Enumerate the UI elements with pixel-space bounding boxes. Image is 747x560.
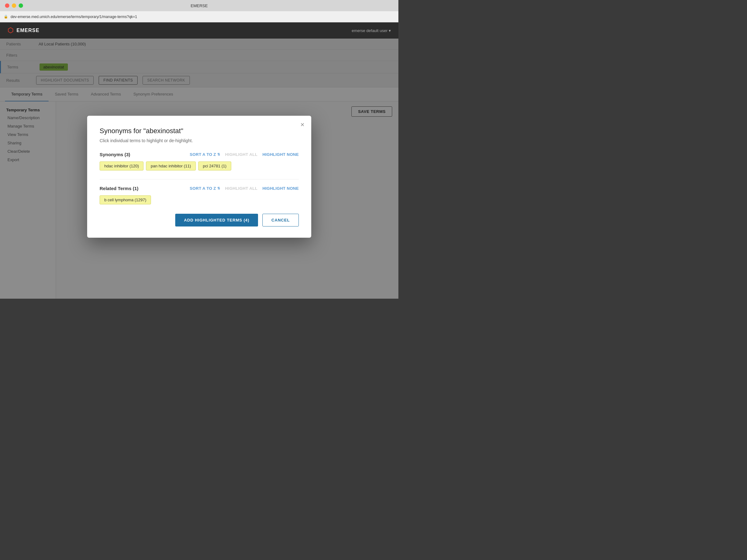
related-highlight-all-button[interactable]: HIGHLIGHT ALL — [225, 186, 257, 191]
synonyms-heading: Synonyms (3) — [100, 152, 130, 157]
modal-overlay: × Synonyms for "abexinostat" Click indiv… — [0, 38, 398, 299]
related-actions: SORT A TO Z ⇅ HIGHLIGHT ALL HIGHLIGHT NO… — [190, 186, 299, 191]
app-logo: ⬡ EMERSE — [7, 26, 40, 34]
app-header: ⬡ EMERSE emerse default user ▾ — [0, 22, 398, 38]
synonym-term-hdac[interactable]: hdac inhibitor (120) — [100, 161, 144, 170]
app-user: emerse default user ▾ — [352, 28, 391, 33]
minimize-button[interactable] — [12, 3, 16, 8]
browser-chrome: EMERSE 🔒 dev-emerse.med.umich.edu/emerse… — [0, 0, 398, 22]
modal-footer: ADD HIGHLIGHTED TERMS (4) CANCEL — [100, 214, 299, 226]
user-name: emerse default user — [352, 28, 387, 33]
synonym-term-pci[interactable]: pci 24781 (1) — [198, 161, 231, 170]
browser-titlebar: EMERSE — [0, 0, 398, 11]
synonyms-modal: × Synonyms for "abexinostat" Click indiv… — [87, 116, 311, 238]
chevron-down-icon: ▾ — [389, 28, 391, 33]
modal-close-button[interactable]: × — [300, 121, 304, 128]
related-term-b-cell[interactable]: b cell lymphoma (1297) — [100, 195, 151, 205]
add-highlighted-terms-button[interactable]: ADD HIGHLIGHTED TERMS (4) — [175, 214, 258, 226]
close-button[interactable] — [5, 3, 9, 8]
sort-icon: ⇅ — [217, 153, 220, 157]
synonyms-sort-label: SORT A TO Z — [190, 152, 216, 157]
browser-addressbar: 🔒 dev-emerse.med.umich.edu/emerse/terms/… — [0, 11, 398, 22]
modal-title: Synonyms for "abexinostat" — [100, 127, 299, 135]
synonyms-actions: SORT A TO Z ⇅ HIGHLIGHT ALL HIGHLIGHT NO… — [190, 152, 299, 157]
lock-icon: 🔒 — [4, 15, 8, 19]
address-bar-text[interactable]: dev-emerse.med.umich.edu/emerse/terms/te… — [10, 15, 137, 19]
maximize-button[interactable] — [19, 3, 23, 8]
logo-text: EMERSE — [17, 28, 40, 33]
synonyms-section-header: Synonyms (3) SORT A TO Z ⇅ HIGHLIGHT ALL… — [100, 152, 299, 157]
modal-subtitle: Click individual terms to highlight or d… — [100, 138, 299, 143]
related-heading: Related Terms (1) — [100, 186, 138, 191]
section-divider — [100, 179, 299, 180]
related-section-header: Related Terms (1) SORT A TO Z ⇅ HIGHLIGH… — [100, 186, 299, 191]
synonyms-terms-list: hdac inhibitor (120) pan hdac inhibitor … — [100, 161, 299, 170]
logo-icon: ⬡ — [7, 26, 14, 34]
synonym-term-pan-hdac[interactable]: pan hdac inhibitor (11) — [146, 161, 196, 170]
related-sort-label: SORT A TO Z — [190, 186, 216, 191]
related-highlight-none-button[interactable]: HIGHLIGHT NONE — [262, 186, 299, 191]
browser-controls — [5, 3, 23, 8]
related-sort-button[interactable]: SORT A TO Z ⇅ — [190, 186, 221, 191]
synonyms-highlight-none-button[interactable]: HIGHLIGHT NONE — [262, 152, 299, 157]
synonyms-sort-button[interactable]: SORT A TO Z ⇅ — [190, 152, 221, 157]
content-area: Patients All Local Patients (10,000) Fil… — [0, 38, 398, 299]
cancel-button[interactable]: CANCEL — [262, 214, 299, 226]
synonyms-highlight-all-button[interactable]: HIGHLIGHT ALL — [225, 152, 257, 157]
related-terms-list: b cell lymphoma (1297) — [100, 195, 299, 205]
app-container: ⬡ EMERSE emerse default user ▾ Patients … — [0, 22, 398, 299]
browser-title: EMERSE — [191, 3, 208, 8]
related-sort-icon: ⇅ — [217, 186, 220, 190]
